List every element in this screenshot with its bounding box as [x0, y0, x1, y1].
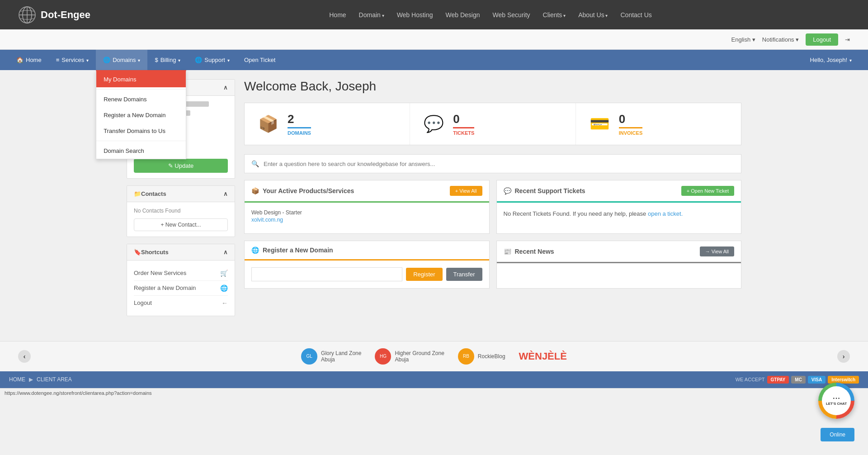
tickets-stat-label: TICKETS — [453, 127, 474, 136]
chat-bubble[interactable]: • • • LET'S CHAT — [818, 383, 854, 398]
breadcrumb-client-area[interactable]: CLIENT AREA — [37, 376, 72, 383]
breadcrumb-home[interactable]: HOME — [9, 376, 25, 383]
register-domain-button[interactable]: Register — [406, 268, 442, 281]
top-nav-webhosting[interactable]: Web Hosting — [397, 11, 433, 19]
top-nav-clients[interactable]: Clients — [543, 11, 566, 19]
client-nav-user-greeting[interactable]: Hello, Joseph! — [803, 50, 859, 70]
gloryzone-icon: GL — [301, 348, 317, 365]
contacts-icon: 📁 — [134, 190, 141, 197]
domain-input[interactable] — [251, 267, 402, 281]
footer: ‹ GL Glory Land ZoneAbuja HG Higher Grou… — [0, 341, 868, 371]
mastercard-badge: MC — [791, 376, 806, 384]
register-domain-header: 🌐 Register a New Domain — [245, 241, 489, 261]
gloryzone-label: Glory Land ZoneAbuja — [321, 350, 361, 363]
share-icon[interactable]: ⇥ — [845, 36, 850, 43]
footer-next-button[interactable]: › — [837, 350, 850, 363]
dropdown-divider-1 — [96, 89, 186, 90]
shortcuts-header: 🔖 Shortcuts ∧ — [127, 244, 235, 261]
we-accept-label: WE ACCEPT — [736, 377, 765, 382]
logout-icon: ← — [222, 299, 228, 307]
transfer-domain-button[interactable]: Transfer — [446, 268, 482, 281]
update-button[interactable]: ✎ Update — [134, 159, 228, 173]
shortcuts-icon: 🔖 — [134, 249, 141, 256]
contacts-collapse[interactable]: ∧ — [223, 190, 228, 197]
search-input[interactable] — [264, 161, 734, 167]
cards-grid: 📦 Your Active Products/Services + View A… — [244, 180, 741, 289]
footer-logo-gloryzone: GL Glory Land ZoneAbuja — [301, 348, 361, 365]
client-nav-services[interactable]: ≡ Services — [49, 50, 96, 70]
support-tickets-title: 💬 Recent Support Tickets — [504, 187, 585, 194]
your-info-collapse[interactable]: ∧ — [223, 84, 228, 91]
invoices-stat-info: 0 INVOICES — [619, 112, 643, 136]
recent-news-title: 📰 Recent News — [504, 248, 554, 255]
domains-stat-label: DOMAINS — [288, 127, 311, 136]
client-nav-open-ticket[interactable]: Open Ticket — [237, 50, 283, 70]
dropdown-renew-domains[interactable]: Renew Domains — [96, 91, 186, 107]
service-item: Web Design - Starter xolvit.com.ng — [251, 209, 482, 223]
view-all-services-button[interactable]: + View All — [450, 186, 482, 196]
chat-inner: • • • LET'S CHAT — [822, 386, 851, 398]
footer-logos: GL Glory Land ZoneAbuja HG Higher Ground… — [301, 348, 567, 365]
client-nav-domains[interactable]: 🌐 Domains — [96, 50, 147, 70]
no-tickets-text: No Recent Tickets Found. If you need any… — [504, 209, 735, 219]
client-nav-support[interactable]: 🌐 Support — [188, 50, 237, 70]
top-nav-webdesign[interactable]: Web Design — [446, 11, 480, 19]
top-nav-websecurity[interactable]: Web Security — [493, 11, 530, 19]
shortcut-register-domain[interactable]: Register a New Domain 🌐 — [134, 281, 228, 296]
dropdown-register-domain[interactable]: Register a New Domain — [96, 107, 186, 123]
shortcut-order-services[interactable]: Order New Services 🛒 — [134, 266, 228, 281]
client-nav-home[interactable]: 🏠 Home — [9, 50, 49, 70]
recent-news-card: 📰 Recent News → View All — [496, 241, 742, 289]
notifications-btn[interactable]: Notifications ▾ — [762, 36, 799, 43]
user-greeting-arrow — [849, 57, 852, 63]
domains-stat-info: 2 DOMAINS — [288, 112, 311, 136]
domains-globe-icon: 🌐 — [103, 57, 110, 63]
language-selector[interactable]: English ▾ — [731, 36, 755, 43]
register-domain-card: 🌐 Register a New Domain Register Transfe… — [244, 241, 490, 289]
support-icon: 🌐 — [195, 57, 202, 63]
bottom-bar: HOME ▶ CLIENT AREA WE ACCEPT GTPAY MC VI… — [0, 371, 868, 388]
top-nav-aboutus[interactable]: About Us — [578, 11, 608, 19]
logo[interactable]: Dot-Engee — [18, 6, 131, 24]
dropdown-transfer-domains[interactable]: Transfer Domains to Us — [96, 123, 186, 139]
tickets-stat-number: 0 — [453, 112, 474, 126]
footer-logo-higherground: HG Higher Ground ZoneAbuja — [375, 348, 444, 365]
active-services-card: 📦 Your Active Products/Services + View A… — [244, 180, 490, 234]
client-nav-billing[interactable]: $ Billing — [147, 50, 188, 70]
top-nav-domain[interactable]: Domain — [359, 11, 384, 19]
welcome-title: Welcome Back, Joseph — [244, 79, 741, 94]
chat-widget[interactable]: • • • LET'S CHAT — [818, 383, 854, 398]
shortcuts-card: 🔖 Shortcuts ∧ Order New Services 🛒 Regis… — [127, 244, 235, 316]
stat-invoices: 💳 0 INVOICES — [576, 103, 741, 145]
domains-stat-icon: 📦 — [258, 114, 278, 133]
logout-button[interactable]: Logout — [806, 33, 838, 46]
support-icon: 💬 — [504, 187, 511, 194]
home-icon: 🏠 — [16, 57, 24, 63]
active-services-body: Web Design - Starter xolvit.com.ng — [245, 203, 489, 233]
cart-icon: 🛒 — [220, 270, 228, 277]
top-nav-contactus[interactable]: Contact Us — [621, 11, 652, 19]
register-domain-body: Register Transfer — [245, 261, 489, 288]
tickets-stat-info: 0 TICKETS — [453, 112, 474, 136]
support-arrow — [227, 57, 230, 63]
rockieblog-label: RockieBlog — [478, 353, 505, 360]
dropdown-my-domains[interactable]: My Domains — [96, 71, 186, 87]
recent-news-body — [497, 263, 741, 277]
shortcut-logout[interactable]: Logout ← — [134, 296, 228, 310]
domains-stat-number: 2 — [288, 112, 311, 126]
open-ticket-button[interactable]: + Open New Ticket — [681, 186, 734, 196]
stat-tickets: 💬 0 TICKETS — [410, 103, 576, 145]
contacts-header: 📁 Contacts ∧ — [127, 186, 235, 202]
dropdown-domain-search[interactable]: Domain Search — [96, 143, 186, 159]
service-link[interactable]: xolvit.com.ng — [251, 217, 283, 223]
top-nav-home[interactable]: Home — [329, 11, 346, 19]
client-navigation: 🏠 Home ≡ Services 🌐 Domains My Domains R… — [0, 50, 868, 70]
shortcuts-collapse[interactable]: ∧ — [223, 249, 228, 256]
new-contact-button[interactable]: + New Contact... — [134, 218, 228, 231]
view-all-news-button[interactable]: → View All — [700, 246, 734, 256]
content-area: Welcome Back, Joseph 📦 2 DOMAINS 💬 0 TIC… — [244, 79, 741, 323]
footer-prev-button[interactable]: ‹ — [18, 350, 31, 363]
open-ticket-link[interactable]: open a ticket. — [648, 210, 683, 217]
wenjele-label: WÈNJÈLÈ — [519, 351, 567, 362]
main-content: 👤 Your Info ∧ Avenue Gwarimpa Abuja, FCT… — [118, 70, 750, 332]
